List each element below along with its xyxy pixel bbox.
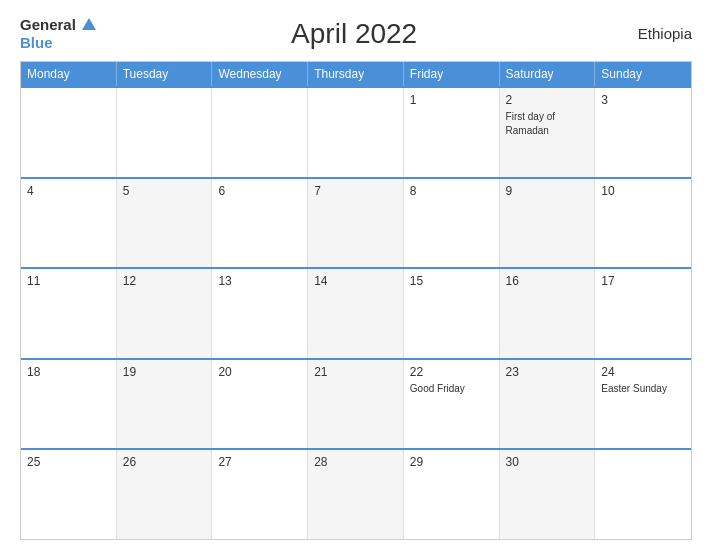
- day-number: 11: [27, 274, 110, 288]
- cal-cell-w0d1: [117, 88, 213, 177]
- cal-cell-w4d0: 25: [21, 450, 117, 539]
- day-number: 8: [410, 184, 493, 198]
- cal-cell-w0d5: 2First day of Ramadan: [500, 88, 596, 177]
- day-number: 7: [314, 184, 397, 198]
- day-number: 24: [601, 365, 685, 379]
- cal-cell-w1d6: 10: [595, 179, 691, 268]
- cal-cell-w1d4: 8: [404, 179, 500, 268]
- cal-cell-w4d3: 28: [308, 450, 404, 539]
- calendar-title: April 2022: [96, 18, 612, 50]
- logo: General Blue: [20, 16, 96, 51]
- day-number: 13: [218, 274, 301, 288]
- header: General Blue April 2022 Ethiopia: [20, 16, 692, 51]
- week-row-2: 45678910: [21, 177, 691, 268]
- day-number: 19: [123, 365, 206, 379]
- day-number: 26: [123, 455, 206, 469]
- cal-cell-w2d4: 15: [404, 269, 500, 358]
- country-label: Ethiopia: [612, 25, 692, 42]
- cal-cell-w4d5: 30: [500, 450, 596, 539]
- day-number: 15: [410, 274, 493, 288]
- day-number: 23: [506, 365, 589, 379]
- logo-blue-text: Blue: [20, 34, 53, 51]
- cal-cell-w1d2: 6: [212, 179, 308, 268]
- day-number: 3: [601, 93, 685, 107]
- day-event: Good Friday: [410, 383, 465, 394]
- header-day-wednesday: Wednesday: [212, 62, 308, 86]
- cal-cell-w1d0: 4: [21, 179, 117, 268]
- cal-cell-w2d2: 13: [212, 269, 308, 358]
- logo-general-text: General: [20, 16, 76, 33]
- day-number: 30: [506, 455, 589, 469]
- day-number: 5: [123, 184, 206, 198]
- cal-cell-w3d4: 22Good Friday: [404, 360, 500, 449]
- cal-cell-w4d1: 26: [117, 450, 213, 539]
- day-number: 21: [314, 365, 397, 379]
- day-number: 12: [123, 274, 206, 288]
- cal-cell-w2d3: 14: [308, 269, 404, 358]
- cal-cell-w0d0: [21, 88, 117, 177]
- logo-triangle-icon: [82, 18, 96, 30]
- cal-cell-w0d3: [308, 88, 404, 177]
- cal-cell-w2d6: 17: [595, 269, 691, 358]
- day-number: 20: [218, 365, 301, 379]
- cal-cell-w2d5: 16: [500, 269, 596, 358]
- day-number: 16: [506, 274, 589, 288]
- header-day-friday: Friday: [404, 62, 500, 86]
- day-number: 2: [506, 93, 589, 107]
- cal-cell-w4d2: 27: [212, 450, 308, 539]
- cal-cell-w0d6: 3: [595, 88, 691, 177]
- cal-cell-w2d0: 11: [21, 269, 117, 358]
- calendar: MondayTuesdayWednesdayThursdayFridaySatu…: [20, 61, 692, 540]
- cal-cell-w3d3: 21: [308, 360, 404, 449]
- day-number: 28: [314, 455, 397, 469]
- week-row-1: 12First day of Ramadan3: [21, 86, 691, 177]
- cal-cell-w3d6: 24Easter Sunday: [595, 360, 691, 449]
- day-number: 14: [314, 274, 397, 288]
- day-number: 27: [218, 455, 301, 469]
- logo-general-row: General: [20, 16, 96, 34]
- day-number: 25: [27, 455, 110, 469]
- day-number: 9: [506, 184, 589, 198]
- header-day-tuesday: Tuesday: [117, 62, 213, 86]
- header-day-thursday: Thursday: [308, 62, 404, 86]
- week-row-5: 252627282930: [21, 448, 691, 539]
- cal-cell-w4d4: 29: [404, 450, 500, 539]
- header-day-sunday: Sunday: [595, 62, 691, 86]
- calendar-body: 12First day of Ramadan345678910111213141…: [21, 86, 691, 539]
- header-day-saturday: Saturday: [500, 62, 596, 86]
- cal-cell-w0d2: [212, 88, 308, 177]
- cal-cell-w3d2: 20: [212, 360, 308, 449]
- cal-cell-w2d1: 12: [117, 269, 213, 358]
- day-number: 6: [218, 184, 301, 198]
- cal-cell-w1d3: 7: [308, 179, 404, 268]
- page: General Blue April 2022 Ethiopia MondayT…: [0, 0, 712, 550]
- day-event: First day of Ramadan: [506, 111, 555, 136]
- day-event: Easter Sunday: [601, 383, 667, 394]
- header-day-monday: Monday: [21, 62, 117, 86]
- day-number: 29: [410, 455, 493, 469]
- cal-cell-w1d5: 9: [500, 179, 596, 268]
- week-row-3: 11121314151617: [21, 267, 691, 358]
- day-number: 4: [27, 184, 110, 198]
- day-number: 18: [27, 365, 110, 379]
- week-row-4: 1819202122Good Friday2324Easter Sunday: [21, 358, 691, 449]
- cal-cell-w3d5: 23: [500, 360, 596, 449]
- cal-cell-w1d1: 5: [117, 179, 213, 268]
- cal-cell-w0d4: 1: [404, 88, 500, 177]
- day-number: 1: [410, 93, 493, 107]
- day-number: 10: [601, 184, 685, 198]
- calendar-header: MondayTuesdayWednesdayThursdayFridaySatu…: [21, 62, 691, 86]
- cal-cell-w3d0: 18: [21, 360, 117, 449]
- cal-cell-w4d6: [595, 450, 691, 539]
- day-number: 22: [410, 365, 493, 379]
- day-number: 17: [601, 274, 685, 288]
- cal-cell-w3d1: 19: [117, 360, 213, 449]
